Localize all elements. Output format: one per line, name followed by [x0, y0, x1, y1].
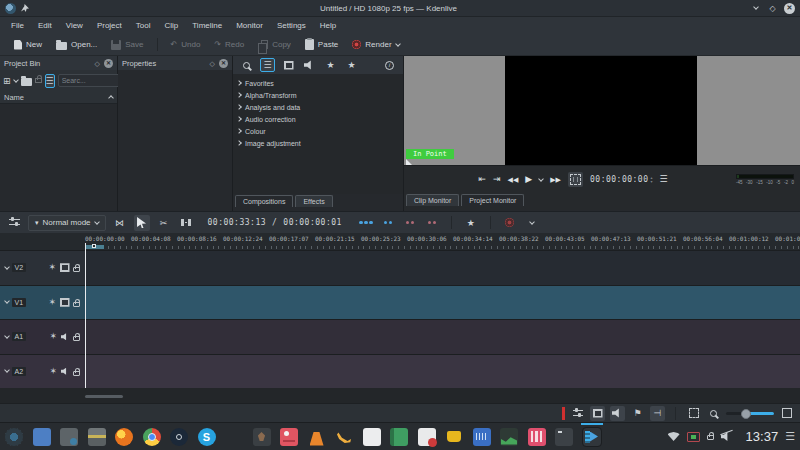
pager-secondary-icon[interactable] [60, 428, 78, 446]
kdenlive-taskbar-icon[interactable] [583, 428, 601, 446]
bin-clip-list[interactable] [0, 104, 117, 211]
pin-icon[interactable] [21, 4, 29, 12]
edit-mode-dropdown[interactable]: ▾ Normal mode [28, 215, 106, 231]
set-in-point-button[interactable]: ⇤ [478, 175, 486, 184]
mix-clips-button[interactable]: ⋈ [112, 215, 128, 231]
effects-info-button[interactable]: i [382, 58, 397, 72]
redo-button[interactable]: ↷Redo [208, 38, 250, 51]
menu-settings[interactable]: Settings [270, 21, 313, 30]
lock-track-icon[interactable] [73, 371, 80, 376]
chrome-icon[interactable] [143, 428, 161, 446]
track-header-a2[interactable]: A2 ✶ [0, 355, 85, 389]
track-compositing-button[interactable] [570, 406, 585, 421]
track-effects-icon[interactable]: ✶ [49, 332, 57, 341]
favorite-effects-button[interactable]: ★ [344, 58, 359, 72]
lock-track-icon[interactable] [73, 302, 80, 307]
lift-zone-button[interactable] [424, 215, 440, 231]
effects-category-analysis[interactable]: Analysis and data [233, 101, 403, 113]
extract-zone-button[interactable] [402, 215, 418, 231]
menu-project[interactable]: Project [90, 21, 129, 30]
track-badge[interactable]: A2 [12, 367, 26, 376]
timeline-settings-button[interactable] [6, 215, 22, 231]
pager-icon[interactable] [33, 428, 51, 446]
menu-help[interactable]: Help [313, 21, 343, 30]
horizontal-scrollbar[interactable] [85, 395, 123, 398]
favorite-effects-button[interactable]: ★ [463, 215, 479, 231]
timecode-spinner[interactable]: ▴▾ [650, 176, 652, 184]
custom-effects-button[interactable]: ★ [323, 58, 338, 72]
track-badge[interactable]: V2 [12, 263, 26, 272]
screen-cast-icon[interactable] [687, 432, 700, 442]
track-header-a1[interactable]: A1 ✶ [0, 320, 85, 354]
add-clip-button[interactable]: ⊞ [3, 74, 11, 88]
wifi-icon[interactable] [668, 432, 680, 441]
zoom-slider-handle[interactable] [741, 409, 751, 419]
zone-marker-icon[interactable] [406, 159, 412, 165]
effects-category-favorites[interactable]: Favorites [233, 77, 403, 89]
green-book-app-icon[interactable] [390, 428, 408, 446]
float-panel-icon[interactable]: ◇ [210, 60, 215, 67]
desktop-menu-button[interactable]: ☰ [785, 431, 795, 442]
render-button[interactable]: Render [346, 38, 405, 51]
lock-tray-icon[interactable] [707, 435, 714, 440]
zoom-in-button[interactable] [779, 406, 794, 421]
firefox-icon[interactable] [115, 428, 133, 446]
track-lane-a1[interactable] [85, 320, 800, 354]
close-panel-icon[interactable]: ✕ [104, 59, 113, 68]
track-badge[interactable]: A1 [12, 332, 26, 341]
hide-track-icon[interactable] [60, 298, 70, 307]
bin-name-column-header[interactable]: Name [0, 91, 117, 104]
audio-effects-button[interactable] [302, 58, 317, 72]
collapse-track-icon[interactable] [4, 264, 10, 270]
track-effects-icon[interactable]: ✶ [49, 367, 57, 376]
timeline-zone-handle[interactable] [92, 244, 96, 248]
menu-file[interactable]: File [4, 21, 31, 30]
set-out-point-button[interactable]: ⇥ [493, 175, 501, 184]
tab-compositions[interactable]: Compositions [235, 195, 293, 207]
kteatime-icon[interactable] [445, 428, 463, 446]
snap-button[interactable]: ⊣ [650, 406, 665, 421]
waveform-app-icon[interactable] [473, 428, 491, 446]
volume-muted-icon[interactable] [721, 428, 732, 446]
zoom-slider[interactable] [726, 407, 774, 419]
save-button[interactable]: Save [105, 38, 149, 52]
show-markers-button[interactable]: ⚑ [630, 406, 645, 421]
play-options-button[interactable] [539, 179, 543, 181]
create-folder-button[interactable] [21, 74, 32, 88]
menu-timeline[interactable]: Timeline [185, 21, 229, 30]
mute-track-icon[interactable] [61, 333, 70, 341]
track-lane-a2[interactable] [85, 355, 800, 389]
show-video-thumbnails-button[interactable] [590, 406, 605, 421]
rewind-button[interactable]: ◀◀ [508, 176, 519, 183]
effects-category-audio-correction[interactable]: Audio correction [233, 113, 403, 125]
track-effects-icon[interactable]: ✶ [48, 263, 56, 272]
chart-app-icon[interactable] [500, 428, 518, 446]
play-button[interactable]: ▶ [525, 175, 532, 184]
text-editor-icon[interactable] [363, 428, 381, 446]
open-button[interactable]: Open... [50, 38, 103, 52]
track-lane-v2[interactable] [85, 251, 800, 285]
menu-tool[interactable]: Tool [129, 21, 158, 30]
delete-clip-button[interactable] [35, 74, 42, 88]
hide-track-icon[interactable] [60, 263, 70, 272]
menu-clip[interactable]: Clip [157, 21, 185, 30]
menu-monitor[interactable]: Monitor [229, 21, 270, 30]
skype-icon[interactable]: S [198, 428, 216, 446]
tab-clip-monitor[interactable]: Clip Monitor [406, 194, 459, 206]
effects-category-image-adjustment[interactable]: Image adjustment [233, 137, 403, 149]
insert-zone-in-bin-button[interactable] [358, 215, 374, 231]
add-clip-menu-button[interactable] [14, 74, 18, 88]
selection-tool-button[interactable] [134, 215, 150, 231]
collapse-track-icon[interactable] [4, 367, 10, 373]
lock-track-icon[interactable] [73, 336, 80, 341]
terminal-icon[interactable] [555, 428, 573, 446]
banana-app-icon[interactable] [335, 428, 353, 446]
tab-project-monitor[interactable]: Project Monitor [461, 194, 524, 206]
menu-view[interactable]: View [59, 21, 90, 30]
close-button[interactable]: ✕ [784, 3, 795, 14]
bin-view-mode-button[interactable]: ☰ [45, 74, 55, 88]
blocked-document-icon[interactable] [418, 428, 436, 446]
timeline-ruler[interactable]: 00:00:00:00 00:00:04:08 00:00:08:16 00:0… [0, 233, 800, 251]
effects-category-colour[interactable]: Colour [233, 125, 403, 137]
effect-search-button[interactable] [239, 58, 254, 72]
